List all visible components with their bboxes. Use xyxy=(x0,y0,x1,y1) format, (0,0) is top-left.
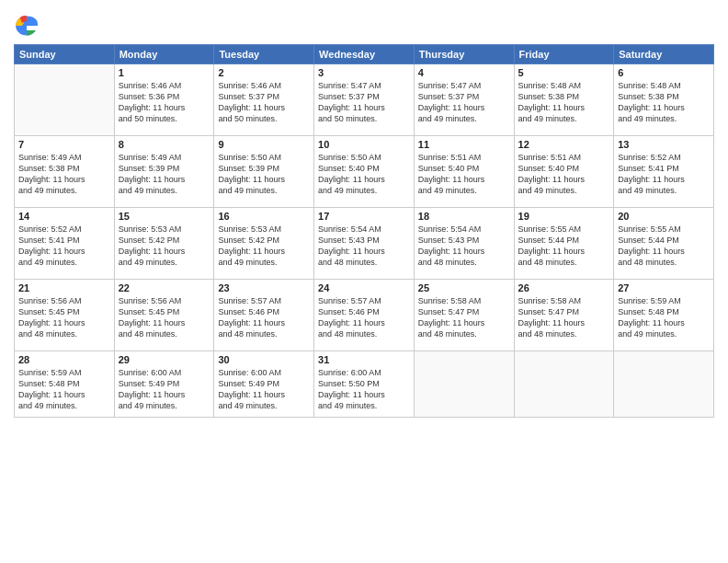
day-info: Sunrise: 5:58 AM Sunset: 5:47 PM Dayligh… xyxy=(418,295,510,340)
day-number: 21 xyxy=(18,282,110,293)
calendar-cell: 6Sunrise: 5:48 AM Sunset: 5:38 PM Daylig… xyxy=(614,64,714,136)
calendar-cell: 12Sunrise: 5:51 AM Sunset: 5:40 PM Dayli… xyxy=(514,136,614,208)
calendar-cell: 2Sunrise: 5:46 AM Sunset: 5:37 PM Daylig… xyxy=(214,64,314,136)
calendar-cell: 14Sunrise: 5:52 AM Sunset: 5:41 PM Dayli… xyxy=(15,208,115,280)
calendar-cell: 16Sunrise: 5:53 AM Sunset: 5:42 PM Dayli… xyxy=(214,208,314,280)
day-number: 30 xyxy=(218,354,310,365)
day-number: 9 xyxy=(218,139,310,150)
calendar-cell xyxy=(514,351,614,418)
calendar-cell: 26Sunrise: 5:58 AM Sunset: 5:47 PM Dayli… xyxy=(514,280,614,351)
calendar-cell: 28Sunrise: 5:59 AM Sunset: 5:48 PM Dayli… xyxy=(15,351,115,418)
day-info: Sunrise: 5:55 AM Sunset: 5:44 PM Dayligh… xyxy=(618,224,710,269)
day-info: Sunrise: 5:52 AM Sunset: 5:41 PM Dayligh… xyxy=(618,152,710,197)
day-number: 23 xyxy=(218,282,310,293)
day-number: 4 xyxy=(418,67,510,78)
day-header-sunday: Sunday xyxy=(15,45,115,64)
day-header-wednesday: Wednesday xyxy=(314,45,415,64)
calendar-cell: 10Sunrise: 5:50 AM Sunset: 5:40 PM Dayli… xyxy=(314,136,415,208)
day-number: 20 xyxy=(618,211,710,222)
calendar-cell: 15Sunrise: 5:53 AM Sunset: 5:42 PM Dayli… xyxy=(114,208,214,280)
day-info: Sunrise: 5:58 AM Sunset: 5:47 PM Dayligh… xyxy=(518,295,610,340)
calendar-cell: 27Sunrise: 5:59 AM Sunset: 5:48 PM Dayli… xyxy=(614,280,714,351)
logo-icon xyxy=(14,13,40,39)
days-of-week-row: SundayMondayTuesdayWednesdayThursdayFrid… xyxy=(15,45,714,64)
day-number: 22 xyxy=(119,282,210,293)
day-info: Sunrise: 5:47 AM Sunset: 5:37 PM Dayligh… xyxy=(318,80,410,125)
day-number: 25 xyxy=(418,282,510,293)
day-number: 12 xyxy=(518,139,610,150)
week-row-2: 7Sunrise: 5:49 AM Sunset: 5:38 PM Daylig… xyxy=(15,136,714,208)
day-info: Sunrise: 5:53 AM Sunset: 5:42 PM Dayligh… xyxy=(119,224,210,269)
day-header-friday: Friday xyxy=(514,45,614,64)
calendar-cell: 1Sunrise: 5:46 AM Sunset: 5:36 PM Daylig… xyxy=(114,64,214,136)
day-info: Sunrise: 5:50 AM Sunset: 5:39 PM Dayligh… xyxy=(218,152,310,197)
calendar-cell: 22Sunrise: 5:56 AM Sunset: 5:45 PM Dayli… xyxy=(114,280,214,351)
day-info: Sunrise: 5:47 AM Sunset: 5:37 PM Dayligh… xyxy=(418,80,510,125)
day-info: Sunrise: 5:57 AM Sunset: 5:46 PM Dayligh… xyxy=(318,295,410,340)
calendar-cell xyxy=(614,351,714,418)
day-header-tuesday: Tuesday xyxy=(214,45,314,64)
day-info: Sunrise: 5:49 AM Sunset: 5:39 PM Dayligh… xyxy=(119,152,210,197)
calendar-cell: 30Sunrise: 6:00 AM Sunset: 5:49 PM Dayli… xyxy=(214,351,314,418)
day-info: Sunrise: 5:50 AM Sunset: 5:40 PM Dayligh… xyxy=(318,152,410,197)
calendar-cell: 18Sunrise: 5:54 AM Sunset: 5:43 PM Dayli… xyxy=(414,208,514,280)
week-row-5: 28Sunrise: 5:59 AM Sunset: 5:48 PM Dayli… xyxy=(15,351,714,418)
day-info: Sunrise: 5:52 AM Sunset: 5:41 PM Dayligh… xyxy=(18,224,110,269)
day-header-monday: Monday xyxy=(114,45,214,64)
day-number: 6 xyxy=(618,67,710,78)
calendar-cell: 9Sunrise: 5:50 AM Sunset: 5:39 PM Daylig… xyxy=(214,136,314,208)
day-info: Sunrise: 6:00 AM Sunset: 5:49 PM Dayligh… xyxy=(218,367,310,412)
day-number: 15 xyxy=(119,211,210,222)
day-info: Sunrise: 5:51 AM Sunset: 5:40 PM Dayligh… xyxy=(518,152,610,197)
day-info: Sunrise: 5:54 AM Sunset: 5:43 PM Dayligh… xyxy=(418,224,510,269)
day-number: 17 xyxy=(318,211,410,222)
day-info: Sunrise: 5:59 AM Sunset: 5:48 PM Dayligh… xyxy=(18,367,110,412)
calendar-cell: 11Sunrise: 5:51 AM Sunset: 5:40 PM Dayli… xyxy=(414,136,514,208)
page: SundayMondayTuesdayWednesdayThursdayFrid… xyxy=(0,0,728,563)
day-info: Sunrise: 5:48 AM Sunset: 5:38 PM Dayligh… xyxy=(618,80,710,125)
day-info: Sunrise: 5:56 AM Sunset: 5:45 PM Dayligh… xyxy=(18,295,110,340)
day-number: 1 xyxy=(119,67,210,78)
calendar-cell: 8Sunrise: 5:49 AM Sunset: 5:39 PM Daylig… xyxy=(114,136,214,208)
calendar-header: SundayMondayTuesdayWednesdayThursdayFrid… xyxy=(15,45,714,64)
day-info: Sunrise: 5:55 AM Sunset: 5:44 PM Dayligh… xyxy=(518,224,610,269)
day-number: 11 xyxy=(418,139,510,150)
day-number: 2 xyxy=(218,67,310,78)
day-info: Sunrise: 6:00 AM Sunset: 5:50 PM Dayligh… xyxy=(318,367,410,412)
calendar-cell: 25Sunrise: 5:58 AM Sunset: 5:47 PM Dayli… xyxy=(414,280,514,351)
header xyxy=(14,9,714,39)
day-number: 16 xyxy=(218,211,310,222)
calendar-cell: 21Sunrise: 5:56 AM Sunset: 5:45 PM Dayli… xyxy=(15,280,115,351)
day-info: Sunrise: 5:51 AM Sunset: 5:40 PM Dayligh… xyxy=(418,152,510,197)
calendar-body: 1Sunrise: 5:46 AM Sunset: 5:36 PM Daylig… xyxy=(15,64,714,418)
day-info: Sunrise: 5:59 AM Sunset: 5:48 PM Dayligh… xyxy=(618,295,710,340)
day-info: Sunrise: 5:53 AM Sunset: 5:42 PM Dayligh… xyxy=(218,224,310,269)
day-number: 5 xyxy=(518,67,610,78)
day-number: 14 xyxy=(18,211,110,222)
day-number: 10 xyxy=(318,139,410,150)
day-info: Sunrise: 5:54 AM Sunset: 5:43 PM Dayligh… xyxy=(318,224,410,269)
day-number: 19 xyxy=(518,211,610,222)
calendar-cell: 5Sunrise: 5:48 AM Sunset: 5:38 PM Daylig… xyxy=(514,64,614,136)
calendar-cell: 4Sunrise: 5:47 AM Sunset: 5:37 PM Daylig… xyxy=(414,64,514,136)
day-number: 29 xyxy=(119,354,210,365)
calendar-cell: 20Sunrise: 5:55 AM Sunset: 5:44 PM Dayli… xyxy=(614,208,714,280)
calendar-cell: 3Sunrise: 5:47 AM Sunset: 5:37 PM Daylig… xyxy=(314,64,415,136)
calendar-cell: 31Sunrise: 6:00 AM Sunset: 5:50 PM Dayli… xyxy=(314,351,415,418)
day-number: 24 xyxy=(318,282,410,293)
calendar-cell: 24Sunrise: 5:57 AM Sunset: 5:46 PM Dayli… xyxy=(314,280,415,351)
day-info: Sunrise: 5:46 AM Sunset: 5:37 PM Dayligh… xyxy=(218,80,310,125)
day-header-saturday: Saturday xyxy=(614,45,714,64)
day-number: 8 xyxy=(119,139,210,150)
logo xyxy=(14,13,43,39)
day-number: 13 xyxy=(618,139,710,150)
day-info: Sunrise: 5:49 AM Sunset: 5:38 PM Dayligh… xyxy=(18,152,110,197)
day-number: 28 xyxy=(18,354,110,365)
week-row-4: 21Sunrise: 5:56 AM Sunset: 5:45 PM Dayli… xyxy=(15,280,714,351)
day-header-thursday: Thursday xyxy=(414,45,514,64)
day-info: Sunrise: 5:46 AM Sunset: 5:36 PM Dayligh… xyxy=(119,80,210,125)
day-number: 18 xyxy=(418,211,510,222)
day-number: 31 xyxy=(318,354,410,365)
day-info: Sunrise: 5:56 AM Sunset: 5:45 PM Dayligh… xyxy=(119,295,210,340)
day-info: Sunrise: 6:00 AM Sunset: 5:49 PM Dayligh… xyxy=(119,367,210,412)
